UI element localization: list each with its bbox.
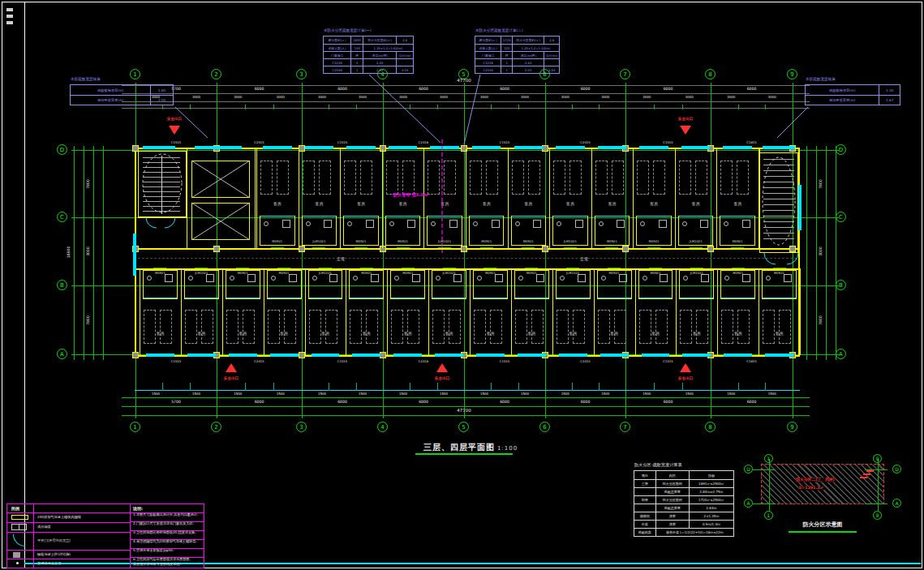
fire-area-table-cell: 指标 xyxy=(689,471,733,479)
toilet-fixture xyxy=(188,276,193,281)
calc-table-2-cell: 建筑面积(㎡) xyxy=(475,36,501,44)
fire-area-table-cell: 疏散总宽度 xyxy=(655,504,689,512)
dim-line-bottom xyxy=(122,406,810,407)
fire-area-table-cell: 楼梯间 xyxy=(634,512,655,520)
shower-fixture xyxy=(412,274,420,282)
exterior-window xyxy=(393,354,422,357)
calc-table-1-cell: 4.04 xyxy=(396,66,413,73)
exterior-window xyxy=(476,354,505,357)
exit-marker-triangle xyxy=(169,126,180,135)
bed xyxy=(595,161,608,195)
legend-note: 3.卫生间地面比相邻地面低20,找坡详水施。 xyxy=(133,531,198,534)
plan-title-scale: 1:100 xyxy=(497,445,518,452)
dim-tick xyxy=(491,383,492,391)
door-threshold xyxy=(608,268,621,268)
dim-tick xyxy=(654,105,655,109)
dim-tick xyxy=(273,105,274,109)
dim-text-bay-bottom: 1500 xyxy=(727,392,735,396)
dim-tick xyxy=(71,217,77,218)
bathroom-sill xyxy=(144,298,177,298)
fire-area-table-cell: 内容 xyxy=(655,471,689,479)
dim-tick xyxy=(545,395,546,401)
bed xyxy=(470,161,482,195)
dim-text-span-bottom: 5700 xyxy=(171,401,181,405)
stair-tread xyxy=(763,176,794,177)
exit-marker-label: 安全出口 xyxy=(224,377,239,381)
dim-tick xyxy=(135,404,136,409)
dim-text-bay-top: 3000 xyxy=(399,96,407,99)
room-label: 客房 xyxy=(776,332,784,336)
bed xyxy=(573,310,585,344)
width-table-right-cell: 1.30 xyxy=(879,85,900,95)
grid-bubble-top: 2 xyxy=(211,69,221,79)
dim-text-span-right: 3000 xyxy=(819,246,823,256)
bed xyxy=(612,161,624,195)
dim-line-left xyxy=(93,146,94,360)
grid-bubble-bottom: 4 xyxy=(377,422,388,432)
partition-wall-bottom xyxy=(346,268,346,355)
bed xyxy=(344,161,356,195)
dim-text-bay-bottom: 1500 xyxy=(561,392,569,396)
door-threshold xyxy=(483,268,496,268)
calc-table-1-cell: 1691 xyxy=(350,36,363,44)
exterior-window xyxy=(556,146,585,149)
room-label: 客房 xyxy=(441,203,449,207)
dim-tick xyxy=(625,99,626,105)
core-wall xyxy=(138,217,187,218)
partition-wall-top xyxy=(423,149,424,248)
door-threshold xyxy=(319,268,332,268)
shower-fixture xyxy=(453,274,462,282)
width-table-left-row: 疏散楼梯净宽(m)1.65 xyxy=(71,85,173,95)
exterior-window xyxy=(263,146,292,149)
width-table-right-cell: 1.67 xyxy=(879,96,900,105)
door-code: M0921 xyxy=(650,272,660,275)
dim-tick xyxy=(793,83,793,88)
bed xyxy=(325,310,337,344)
calc-table-1-cell: 2.8 xyxy=(396,36,413,44)
door-threshold xyxy=(564,247,577,248)
dim-tick xyxy=(793,413,793,418)
window-code-bottom: C2418 xyxy=(419,360,428,363)
door-code: M0921 xyxy=(733,272,743,275)
dim-total-left: 18600 xyxy=(67,246,71,259)
bed xyxy=(737,161,749,195)
exterior-window xyxy=(229,354,257,357)
structural-column xyxy=(542,246,548,252)
dim-tick xyxy=(625,404,626,409)
bed xyxy=(391,310,403,344)
schematic-zone-text: 防火分区二(三、四层) xyxy=(796,478,835,482)
dim-tick xyxy=(190,383,191,391)
dim-tick xyxy=(491,105,492,109)
dim-text-bay-top: 3000 xyxy=(643,96,651,99)
room-label: 客房 xyxy=(693,332,701,336)
fire-area-table-cell: 防火分区面积 xyxy=(655,496,689,504)
dim-tick xyxy=(823,150,829,151)
room-label: 客房 xyxy=(399,203,407,207)
fire-area-table-cell: 防火分区面积 xyxy=(655,480,689,487)
bed xyxy=(185,310,197,344)
calc-table-2-row: 门窗编号樘净宽(m/樘)合计(m) xyxy=(475,51,559,58)
bathroom-sill xyxy=(268,298,301,298)
dim-tick xyxy=(793,404,793,409)
width-table-left-cell: 疏散楼梯净宽(m) xyxy=(71,85,150,95)
exterior-window xyxy=(435,354,463,357)
dim-tick xyxy=(804,354,810,355)
calc-table-2-cell: C1236 xyxy=(475,59,501,66)
dim-tick xyxy=(545,83,546,88)
dim-text-span-bottom: 6000 xyxy=(581,401,591,405)
stair-divider xyxy=(161,156,162,214)
partition-wall-bottom xyxy=(635,268,636,355)
bed xyxy=(528,161,540,195)
dim-tick xyxy=(356,383,357,391)
shower-fixture xyxy=(617,220,625,228)
bathroom-sill xyxy=(303,216,337,216)
calc-table-2-cell: 1.20×1.2=1.44(m) xyxy=(512,45,559,51)
window-sill-line xyxy=(135,390,800,391)
dim-tick xyxy=(711,83,711,88)
schematic-grid xyxy=(865,504,887,504)
exterior-window xyxy=(133,234,136,276)
dim-tick xyxy=(833,217,839,218)
fire-area-table-cell: 1691㎡≤2500㎡ xyxy=(689,480,733,487)
dim-tick xyxy=(599,105,600,109)
door-threshold xyxy=(731,247,744,248)
